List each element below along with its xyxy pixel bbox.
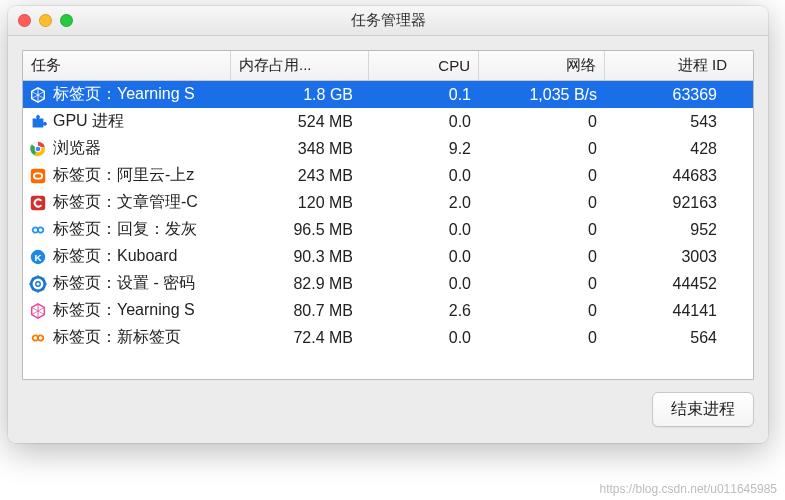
- cell-network: 0: [479, 329, 605, 347]
- square-red-c-icon: [29, 194, 47, 212]
- window-controls: [18, 14, 73, 27]
- cell-task: 标签页：Yearning S: [23, 84, 231, 105]
- cell-memory: 524 MB: [231, 113, 369, 131]
- infinity-orange-icon: [29, 329, 47, 347]
- task-label: 标签页：设置 - 密码: [53, 273, 223, 294]
- cell-network: 1,035 B/s: [479, 86, 605, 104]
- button-row: 结束进程: [22, 392, 754, 427]
- cell-pid: 44452: [605, 275, 735, 293]
- cell-network: 0: [479, 248, 605, 266]
- cell-memory: 82.9 MB: [231, 275, 369, 293]
- task-label: GPU 进程: [53, 111, 223, 132]
- cell-pid: 543: [605, 113, 735, 131]
- table-row[interactable]: 标签页：Yearning S1.8 GB0.11,035 B/s63369: [23, 81, 753, 108]
- cell-cpu: 0.0: [369, 221, 479, 239]
- cube-pink-icon: [29, 302, 47, 320]
- cell-network: 0: [479, 221, 605, 239]
- column-header-memory[interactable]: 内存占用...: [231, 51, 369, 80]
- table-row[interactable]: 标签页：阿里云-上z243 MB0.0044683: [23, 162, 753, 189]
- zoom-icon[interactable]: [60, 14, 73, 27]
- cell-task: 标签页：回复：发灰: [23, 219, 231, 240]
- cell-memory: 80.7 MB: [231, 302, 369, 320]
- task-label: 标签页：阿里云-上z: [53, 165, 223, 186]
- table-row[interactable]: 标签页：回复：发灰96.5 MB0.00952: [23, 216, 753, 243]
- square-orange-icon: [29, 167, 47, 185]
- cell-pid: 564: [605, 329, 735, 347]
- process-table: 任务 内存占用... CPU 网络 进程 ID 标签页：Yearning S1.…: [22, 50, 754, 380]
- cell-network: 0: [479, 194, 605, 212]
- svg-text:K: K: [34, 251, 42, 262]
- circle-blue-k-icon: K: [29, 248, 47, 266]
- cell-task: 标签页：Yearning S: [23, 300, 231, 321]
- window-title: 任务管理器: [8, 11, 768, 30]
- cell-network: 0: [479, 302, 605, 320]
- chrome-icon: [29, 140, 47, 158]
- table-row[interactable]: 标签页：新标签页72.4 MB0.00564: [23, 324, 753, 351]
- cell-task: 标签页：新标签页: [23, 327, 231, 348]
- column-header-cpu[interactable]: CPU: [369, 51, 479, 80]
- end-process-button[interactable]: 结束进程: [652, 392, 754, 427]
- cell-memory: 72.4 MB: [231, 329, 369, 347]
- cell-network: 0: [479, 167, 605, 185]
- cell-pid: 63369: [605, 86, 735, 104]
- cell-cpu: 9.2: [369, 140, 479, 158]
- cell-memory: 1.8 GB: [231, 86, 369, 104]
- close-icon[interactable]: [18, 14, 31, 27]
- cell-task: 标签页：设置 - 密码: [23, 273, 231, 294]
- cell-network: 0: [479, 140, 605, 158]
- svg-rect-7: [31, 168, 45, 182]
- svg-line-21: [42, 278, 44, 280]
- cell-pid: 428: [605, 140, 735, 158]
- cell-pid: 44683: [605, 167, 735, 185]
- cell-pid: 3003: [605, 248, 735, 266]
- task-label: 标签页：Kuboard: [53, 246, 223, 267]
- cube-pink-icon: [29, 86, 47, 104]
- svg-line-19: [42, 288, 44, 290]
- task-label: 标签页：Yearning S: [53, 300, 223, 321]
- titlebar[interactable]: 任务管理器: [8, 6, 768, 36]
- cell-cpu: 0.0: [369, 113, 479, 131]
- cell-cpu: 0.0: [369, 275, 479, 293]
- table-row[interactable]: 标签页：设置 - 密码82.9 MB0.0044452: [23, 270, 753, 297]
- cell-cpu: 0.0: [369, 167, 479, 185]
- task-label: 标签页：文章管理-C: [53, 192, 223, 213]
- task-label: 标签页：Yearning S: [53, 84, 223, 105]
- content-area: 任务 内存占用... CPU 网络 进程 ID 标签页：Yearning S1.…: [8, 36, 768, 443]
- cell-memory: 348 MB: [231, 140, 369, 158]
- table-row[interactable]: 标签页：文章管理-C120 MB2.0092163: [23, 189, 753, 216]
- cell-cpu: 0.1: [369, 86, 479, 104]
- infinity-blue-icon: [29, 221, 47, 239]
- svg-rect-9: [31, 195, 45, 209]
- minimize-icon[interactable]: [39, 14, 52, 27]
- cell-cpu: 2.0: [369, 194, 479, 212]
- cell-memory: 120 MB: [231, 194, 369, 212]
- column-header-task[interactable]: 任务: [23, 51, 231, 80]
- table-body: 标签页：Yearning S1.8 GB0.11,035 B/s63369GPU…: [23, 81, 753, 351]
- cell-task: K标签页：Kuboard: [23, 246, 231, 267]
- column-header-network[interactable]: 网络: [479, 51, 605, 80]
- cell-cpu: 0.0: [369, 248, 479, 266]
- cell-task: 标签页：文章管理-C: [23, 192, 231, 213]
- task-label: 标签页：回复：发灰: [53, 219, 223, 240]
- watermark: https://blog.csdn.net/u011645985: [600, 482, 777, 496]
- svg-point-6: [36, 146, 41, 151]
- task-label: 浏览器: [53, 138, 223, 159]
- cell-memory: 96.5 MB: [231, 221, 369, 239]
- table-row[interactable]: K标签页：Kuboard90.3 MB0.003003: [23, 243, 753, 270]
- cell-memory: 90.3 MB: [231, 248, 369, 266]
- table-row[interactable]: GPU 进程524 MB0.00543: [23, 108, 753, 135]
- gear-blue-icon: [29, 275, 47, 293]
- column-header-pid[interactable]: 进程 ID: [605, 51, 735, 80]
- cell-cpu: 2.6: [369, 302, 479, 320]
- cell-task: GPU 进程: [23, 111, 231, 132]
- cell-network: 0: [479, 275, 605, 293]
- cell-task: 标签页：阿里云-上z: [23, 165, 231, 186]
- table-row[interactable]: 标签页：Yearning S80.7 MB2.6044141: [23, 297, 753, 324]
- svg-point-13: [36, 281, 41, 286]
- task-label: 标签页：新标签页: [53, 327, 223, 348]
- table-header-row: 任务 内存占用... CPU 网络 进程 ID: [23, 51, 753, 81]
- cell-pid: 44141: [605, 302, 735, 320]
- puzzle-blue-icon: [29, 113, 47, 131]
- table-row[interactable]: 浏览器348 MB9.20428: [23, 135, 753, 162]
- cell-memory: 243 MB: [231, 167, 369, 185]
